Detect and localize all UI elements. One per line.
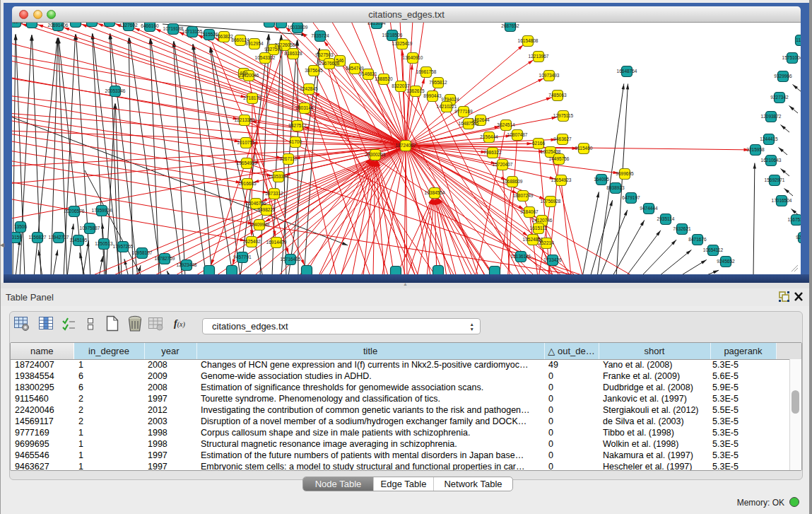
svg-text:8322037: 8322037 bbox=[392, 83, 410, 88]
svg-text:9457791: 9457791 bbox=[233, 255, 252, 259]
svg-text:18807249: 18807249 bbox=[513, 193, 534, 198]
svg-text:10719188: 10719188 bbox=[163, 26, 184, 31]
svg-text:6466160: 6466160 bbox=[141, 23, 159, 28]
svg-text:1916685: 1916685 bbox=[238, 181, 257, 186]
svg-text:15716485: 15716485 bbox=[281, 257, 301, 262]
svg-text:23226058: 23226058 bbox=[275, 42, 295, 47]
svg-text:7632621: 7632621 bbox=[673, 226, 691, 231]
svg-text:20691406: 20691406 bbox=[48, 23, 69, 28]
svg-text:1327602: 1327602 bbox=[119, 23, 138, 28]
svg-text:23420046: 23420046 bbox=[239, 73, 259, 78]
svg-text:7986322: 7986322 bbox=[483, 150, 502, 155]
svg-text:9498222: 9498222 bbox=[257, 207, 276, 212]
svg-text:3875645: 3875645 bbox=[305, 68, 323, 73]
svg-text:252214: 252214 bbox=[539, 240, 554, 245]
svg-text:9327503: 9327503 bbox=[264, 47, 283, 52]
svg-text:1145195: 1145195 bbox=[70, 238, 88, 243]
svg-text:33159: 33159 bbox=[12, 235, 22, 240]
svg-text:15720407: 15720407 bbox=[493, 162, 513, 167]
svg-text:3624514: 3624514 bbox=[497, 122, 515, 127]
svg-text:9777169: 9777169 bbox=[454, 109, 473, 114]
svg-text:16210643: 16210643 bbox=[761, 158, 782, 163]
svg-text:7485063: 7485063 bbox=[548, 93, 567, 98]
svg-text:17359924: 17359924 bbox=[92, 208, 112, 213]
svg-text:8990443: 8990443 bbox=[423, 93, 442, 98]
svg-text:13654923: 13654923 bbox=[551, 177, 572, 182]
svg-text:25300203: 25300203 bbox=[365, 152, 386, 157]
svg-text:9115460: 9115460 bbox=[575, 146, 593, 151]
svg-text:41700: 41700 bbox=[289, 139, 302, 144]
svg-text:20053346: 20053346 bbox=[105, 88, 126, 93]
svg-text:62166: 62166 bbox=[532, 141, 545, 146]
svg-text:164095: 164095 bbox=[594, 177, 609, 182]
svg-text:15136141: 15136141 bbox=[511, 254, 531, 259]
svg-text:16033809: 16033809 bbox=[288, 25, 308, 30]
svg-text:3267110: 3267110 bbox=[280, 156, 298, 161]
svg-text:10807487: 10807487 bbox=[507, 132, 528, 137]
svg-text:9474444: 9474444 bbox=[640, 206, 658, 211]
svg-text:14120746: 14120746 bbox=[532, 218, 553, 223]
svg-text:19654983: 19654983 bbox=[237, 160, 257, 165]
svg-text:1244415: 1244415 bbox=[760, 136, 778, 141]
svg-text:12975115: 12975115 bbox=[553, 113, 574, 118]
svg-text:1733426: 1733426 bbox=[543, 257, 562, 262]
svg-text:8186328: 8186328 bbox=[284, 51, 302, 56]
svg-text:2687652: 2687652 bbox=[501, 23, 519, 28]
svg-text:12093872: 12093872 bbox=[761, 114, 782, 119]
svg-text:12409948: 12409948 bbox=[249, 222, 270, 227]
svg-text:1167533: 1167533 bbox=[788, 217, 801, 222]
svg-text:10973493: 10973493 bbox=[539, 73, 560, 78]
svg-text:9329966: 9329966 bbox=[774, 74, 792, 78]
svg-text:8813054: 8813054 bbox=[367, 23, 386, 25]
svg-text:20206576: 20206576 bbox=[64, 209, 85, 214]
svg-text:8454749: 8454749 bbox=[346, 66, 364, 71]
svg-text:9242845: 9242845 bbox=[300, 86, 318, 91]
svg-text:10756928: 10756928 bbox=[541, 199, 561, 204]
svg-text:13325419: 13325419 bbox=[392, 41, 413, 46]
svg-text:16914479: 16914479 bbox=[266, 240, 287, 245]
svg-text:2803144: 2803144 bbox=[295, 105, 314, 110]
svg-text:1462644: 1462644 bbox=[471, 117, 490, 122]
svg-text:16046766: 16046766 bbox=[246, 201, 266, 206]
svg-text:8471676: 8471676 bbox=[688, 237, 707, 242]
svg-text:17957265: 17957265 bbox=[113, 244, 134, 249]
svg-text:12942737: 12942737 bbox=[49, 235, 69, 240]
svg-text:19218506: 19218506 bbox=[382, 33, 403, 37]
svg-text:1615112: 1615112 bbox=[530, 226, 548, 230]
svg-text:5873312: 5873312 bbox=[265, 191, 283, 196]
svg-text:18724007: 18724007 bbox=[396, 143, 416, 148]
svg-text:16961758: 16961758 bbox=[416, 69, 437, 74]
svg-text:12213967: 12213967 bbox=[529, 54, 549, 59]
svg-text:924502: 924502 bbox=[796, 235, 801, 240]
svg-text:6479197: 6479197 bbox=[622, 195, 640, 200]
svg-text:16648764: 16648764 bbox=[617, 69, 637, 74]
svg-text:9245652: 9245652 bbox=[717, 259, 735, 264]
svg-text:1250513: 1250513 bbox=[95, 241, 113, 246]
svg-text:1156827: 1156827 bbox=[29, 235, 47, 240]
svg-text:1010755: 1010755 bbox=[237, 140, 255, 145]
svg-text:8938923: 8938923 bbox=[606, 185, 625, 190]
svg-text:12213383: 12213383 bbox=[235, 117, 255, 122]
svg-text:12923448: 12923448 bbox=[177, 262, 197, 267]
svg-text:7663822: 7663822 bbox=[215, 34, 233, 39]
svg-text:8427512: 8427512 bbox=[288, 123, 307, 128]
svg-text:10653267: 10653267 bbox=[100, 23, 120, 23]
svg-text:1362615: 1362615 bbox=[406, 88, 425, 93]
svg-text:2935114: 2935114 bbox=[657, 216, 675, 221]
svg-text:15692971: 15692971 bbox=[765, 177, 785, 182]
svg-text:9699695: 9699695 bbox=[616, 171, 634, 176]
svg-text:11353394: 11353394 bbox=[269, 174, 289, 179]
svg-text:13506: 13506 bbox=[14, 224, 27, 229]
svg-text:9463627: 9463627 bbox=[553, 136, 572, 141]
svg-text:3215958: 3215958 bbox=[746, 147, 765, 152]
svg-text:17016504: 17016504 bbox=[772, 198, 792, 203]
svg-text:9794024: 9794024 bbox=[441, 97, 459, 102]
svg-text:1588520: 1588520 bbox=[375, 76, 393, 81]
svg-text:9527503: 9527503 bbox=[315, 52, 334, 57]
svg-text:10654112: 10654112 bbox=[703, 247, 724, 252]
svg-text:10688609: 10688609 bbox=[502, 179, 523, 184]
svg-text:14055714: 14055714 bbox=[12, 23, 26, 24]
svg-text:13640910: 13640910 bbox=[403, 55, 423, 60]
svg-text:16154808: 16154808 bbox=[518, 38, 539, 43]
svg-text:7835724: 7835724 bbox=[311, 33, 329, 38]
